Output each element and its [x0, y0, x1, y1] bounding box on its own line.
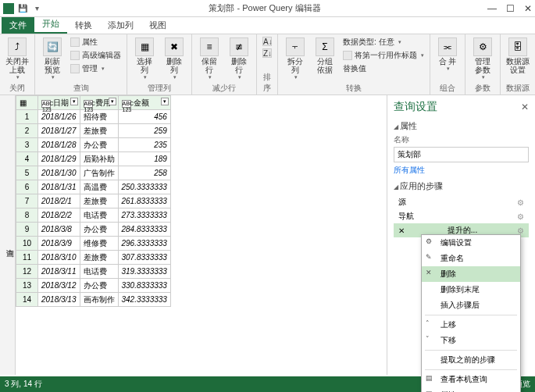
cell-date[interactable]: 2018/3/12 — [38, 279, 80, 293]
ctx-insert-after[interactable]: 插入步骤后 — [422, 298, 520, 313]
cell-date[interactable]: 2018/1/30 — [38, 166, 80, 180]
manage-button[interactable]: 管理▾ — [68, 62, 123, 75]
keep-rows-button[interactable]: ≡保留 行▾ — [195, 36, 223, 82]
filter-icon[interactable]: ▾ — [109, 98, 116, 105]
ctx-move-down[interactable]: ˅下移 — [422, 333, 520, 348]
table-row[interactable]: 112018/3/10差旅费307.8333333 — [16, 251, 171, 265]
cell-amount[interactable]: 307.8333333 — [118, 251, 170, 265]
cell-fee[interactable]: 维修费 — [80, 237, 118, 251]
cell-amount[interactable]: 330.8333333 — [118, 279, 170, 293]
cell-date[interactable]: 2018/1/27 — [38, 124, 80, 138]
cell-fee[interactable]: 差旅费 — [80, 124, 118, 138]
cell-date[interactable]: 2018/2/2 — [38, 208, 80, 223]
cell-amount[interactable]: 258 — [118, 166, 170, 180]
cell-fee[interactable]: 电话费 — [80, 265, 118, 279]
gear-icon[interactable]: ⚙ — [517, 198, 524, 207]
row-number[interactable]: 2 — [16, 124, 38, 138]
row-number[interactable]: 8 — [16, 208, 38, 223]
row-number[interactable]: 13 — [16, 279, 38, 293]
datatype-icon[interactable]: ABC123 — [122, 100, 131, 108]
cell-date[interactable]: 2018/1/28 — [38, 138, 80, 152]
table-row[interactable]: 142018/3/13画布制作342.3333333 — [16, 293, 171, 307]
first-row-header-button[interactable]: 将第一行用作标题▾ — [341, 49, 426, 62]
cell-fee[interactable]: 办公费 — [80, 223, 118, 237]
cell-amount[interactable]: 319.3333333 — [118, 265, 170, 279]
cell-fee[interactable]: 差旅费 — [80, 194, 118, 208]
cell-fee[interactable]: 广告制作 — [80, 166, 118, 180]
remove-columns-button[interactable]: ✖删除 列▾ — [160, 36, 188, 82]
row-number[interactable]: 9 — [16, 223, 38, 237]
ctx-delete[interactable]: ✕删除 — [422, 266, 520, 282]
ctx-edit-settings[interactable]: ⚙编辑设置 — [422, 235, 520, 251]
cell-date[interactable]: 2018/1/29 — [38, 152, 80, 166]
row-number[interactable]: 4 — [16, 152, 38, 166]
filter-icon[interactable]: ▾ — [70, 98, 78, 105]
queries-pane-collapsed[interactable]: 查询 — [0, 95, 16, 375]
remove-rows-button[interactable]: ≢删除 行▾ — [225, 36, 253, 82]
maximize-button[interactable]: ☐ — [506, 3, 515, 14]
row-number[interactable]: 14 — [16, 293, 38, 307]
table-row[interactable]: 82018/2/2电话费273.3333333 — [16, 208, 171, 223]
advanced-editor-button[interactable]: 高级编辑器 — [68, 49, 123, 62]
gear-icon[interactable]: ⚙ — [517, 226, 524, 235]
ctx-view-native[interactable]: ▤查看本机查询 — [422, 372, 520, 387]
ctx-extract-prev[interactable]: 提取之前的步骤 — [422, 352, 520, 368]
table-row[interactable]: 12018/1/26招待费456 — [16, 110, 171, 124]
row-number[interactable]: 12 — [16, 265, 38, 279]
cell-fee[interactable]: 高温费 — [80, 180, 118, 194]
ctx-properties[interactable]: ▣属性... — [422, 387, 520, 392]
query-name-input[interactable]: 策划部 — [394, 147, 529, 162]
ctx-delete-to-end[interactable]: 删除到末尾 — [422, 282, 520, 298]
delete-step-icon[interactable]: ✕ — [398, 226, 405, 235]
table-row[interactable]: 32018/1/28办公费235 — [16, 138, 171, 152]
tab-view[interactable]: 视图 — [141, 17, 174, 34]
cell-date[interactable]: 2018/3/9 — [38, 237, 80, 251]
datatype-button[interactable]: 数据类型: 任意▾ — [341, 36, 426, 48]
row-number[interactable]: 10 — [16, 237, 38, 251]
combine-button[interactable]: ⫘合 并▾ — [433, 36, 462, 73]
filter-icon[interactable]: ▾ — [161, 98, 169, 105]
sort-desc-button[interactable]: Z↓ — [260, 48, 274, 59]
cell-amount[interactable]: 189 — [118, 152, 170, 166]
properties-button[interactable]: 属性 — [68, 36, 123, 48]
datatype-icon[interactable]: ABC123 — [41, 100, 51, 108]
ctx-move-up[interactable]: ˄上移 — [422, 317, 520, 333]
cell-date[interactable]: 2018/3/11 — [38, 265, 80, 279]
table-row[interactable]: 132018/3/12办公费330.8333333 — [16, 279, 171, 293]
datatype-icon[interactable]: ABC123 — [84, 100, 93, 108]
cell-fee[interactable]: 差旅费 — [80, 251, 118, 265]
replace-values-button[interactable]: 替换值 — [341, 62, 426, 75]
gear-icon[interactable]: ⚙ — [517, 212, 524, 221]
table-row[interactable]: 42018/1/29后勤补助189 — [16, 152, 171, 166]
manage-params-button[interactable]: ⚙管理 参数▾ — [469, 36, 497, 82]
datasource-settings-button[interactable]: 🗄数据源 设置 — [504, 36, 532, 76]
applied-step[interactable]: 导航⚙ — [394, 209, 529, 223]
row-number[interactable]: 11 — [16, 251, 38, 265]
cell-amount[interactable]: 342.3333333 — [118, 293, 170, 307]
close-load-button[interactable]: ⤴关闭并 上载▾ — [3, 36, 31, 82]
cell-date[interactable]: 2018/3/10 — [38, 251, 80, 265]
cell-date[interactable]: 2018/3/13 — [38, 293, 80, 307]
applied-step[interactable]: 源⚙ — [394, 195, 529, 209]
tab-addcolumn[interactable]: 添加列 — [100, 17, 141, 34]
qat-save-icon[interactable]: 💾 — [17, 3, 28, 14]
row-number[interactable]: 6 — [16, 180, 38, 194]
tab-transform[interactable]: 转换 — [67, 17, 100, 34]
cell-fee[interactable]: 后勤补助 — [80, 152, 118, 166]
all-properties-link[interactable]: 所有属性 — [394, 165, 529, 176]
cell-date[interactable]: 2018/1/31 — [38, 180, 80, 194]
row-header-corner[interactable]: ▦ — [16, 96, 38, 110]
column-header[interactable]: ABC123费用▾ — [80, 96, 118, 110]
table-row[interactable]: 92018/3/8办公费284.8333333 — [16, 223, 171, 237]
row-number[interactable]: 7 — [16, 194, 38, 208]
column-header[interactable]: ABC123日期▾ — [38, 96, 80, 110]
table-row[interactable]: 102018/3/9维修费296.3333333 — [16, 237, 171, 251]
cell-amount[interactable]: 296.3333333 — [118, 237, 170, 251]
sort-asc-button[interactable]: A↓ — [260, 36, 274, 47]
close-button[interactable]: ✕ — [524, 3, 532, 14]
cell-date[interactable]: 2018/2/1 — [38, 194, 80, 208]
group-by-button[interactable]: Σ分组 依据 — [311, 36, 339, 76]
table-row[interactable]: 52018/1/30广告制作258 — [16, 166, 171, 180]
cell-date[interactable]: 2018/3/8 — [38, 223, 80, 237]
table-row[interactable]: 22018/1/27差旅费259 — [16, 124, 171, 138]
